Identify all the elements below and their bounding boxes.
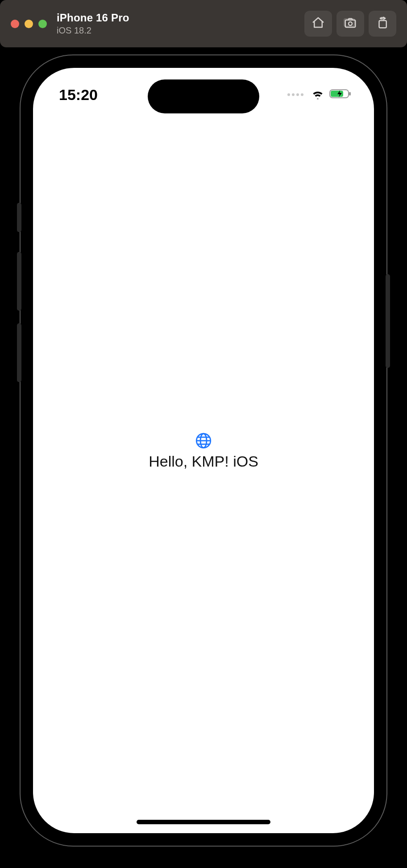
device-volume-up: [17, 252, 21, 311]
device-silent-switch: [17, 203, 21, 232]
window-subtitle: iOS 18.2: [57, 25, 129, 36]
device-screen: 15:20: [27, 62, 380, 839]
greeting-label: Hello, KMP! iOS: [149, 453, 258, 470]
app-content: Hello, KMP! iOS: [33, 68, 374, 833]
globe-icon: [194, 431, 213, 450]
simulator-screenshot-button[interactable]: [336, 11, 364, 37]
simulator-toolbar: [304, 11, 396, 37]
device-frame: 15:20: [20, 54, 387, 847]
screenshot-icon: [344, 16, 357, 31]
simulator-stage: 15:20: [0, 50, 407, 868]
window-minimize-button[interactable]: [25, 20, 33, 28]
simulator-share-button[interactable]: [369, 11, 396, 37]
window-zoom-button[interactable]: [38, 20, 47, 28]
share-rotate-icon: [376, 16, 389, 31]
window-title: iPhone 16 Pro: [57, 12, 129, 25]
svg-rect-3: [379, 21, 386, 28]
window-close-button[interactable]: [11, 20, 19, 28]
svg-point-1: [349, 22, 352, 25]
home-icon: [311, 16, 325, 31]
device-side-button: [386, 274, 390, 368]
device-volume-down: [17, 323, 21, 382]
simulator-window-chrome: iPhone 16 Pro iOS 18.2: [0, 0, 407, 47]
simulator-home-button[interactable]: [304, 11, 332, 37]
home-indicator[interactable]: [137, 820, 270, 824]
window-traffic-lights: [11, 20, 47, 28]
window-title-block: iPhone 16 Pro iOS 18.2: [57, 12, 129, 36]
